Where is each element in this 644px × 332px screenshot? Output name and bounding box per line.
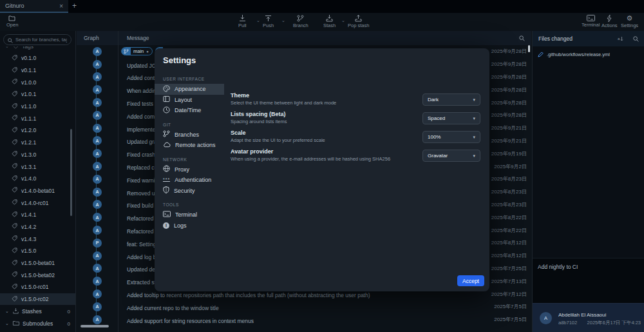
uncommitted-changes-panel: Files changed a .github/workflows/releas… [532,31,644,332]
terminal-button[interactable]: Terminal [582,15,600,28]
nav-item-proxy[interactable]: Proxy [155,164,224,175]
sort-icon[interactable]: a [618,33,624,44]
pop-stash-button[interactable]: Pop stash [348,15,369,28]
branches-sidebar: ⌄ Tags v0.1.0 [0,31,76,332]
stash-icon [326,15,333,22]
branch-button[interactable]: Branch [293,15,308,28]
commit-row[interactable]: A Added current repo to the window title… [77,300,531,313]
sidebar-item-tag[interactable]: v0.1.1 [0,64,75,77]
tag-icon [12,223,17,230]
commit-list-scrollbar[interactable] [528,45,530,52]
sidebar-item-tag[interactable]: v1.4.3 [0,233,75,245]
nav-item-terminal[interactable]: Terminal [155,210,224,220]
branch-badge-main[interactable]: main ● [121,47,153,55]
commit-avatar-node: A [93,302,102,311]
folder-open-icon [8,15,16,21]
sidebar-item-tag[interactable]: v1.5.0-rc02 [0,293,75,306]
push-button[interactable]: Push [263,15,274,28]
actions-button[interactable]: Actions [601,15,618,28]
changed-file-row[interactable]: .github/workflows/release.yml [533,49,644,59]
sidebar-item-tag[interactable]: v1.4.2 [0,221,75,233]
sidebar-scrollbar[interactable] [70,129,72,216]
graph-cell: A [77,264,118,273]
open-repository-button[interactable]: Open [6,15,18,28]
sidebar-item-tag[interactable]: v1.4.1 [0,209,75,221]
sidebar-item-tag[interactable]: v1.4.0-beta01 [0,185,75,197]
sidebar-search[interactable] [3,34,71,45]
pull-options-caret-icon[interactable]: ⌄ [256,18,260,23]
info-icon: i [163,222,169,229]
sidebar-item-tag[interactable]: v1.2.0 [0,124,75,137]
tag-icon [12,91,17,98]
sidebar-item-tag[interactable]: v1.5.0-rc01 [0,281,75,293]
sidebar-item-tag[interactable]: v1.1.1 [0,112,75,124]
commit-date: 2025年9月21日 [491,137,531,144]
commit-date: 2025年8月12日 [491,239,531,246]
close-icon[interactable]: × [59,3,63,10]
graph-horizontal-scrollbar[interactable] [80,325,109,327]
graph-cell: A [77,277,118,286]
settings-button[interactable]: ⚙ Settings [621,15,638,28]
sidebar-item-tag[interactable]: v1.5.0-beta01 [0,257,75,269]
sidebar-item-tag[interactable]: v1.0.1 [0,88,75,101]
tag-icon [12,211,17,219]
toolbar: Open Pull ⌄ Push ⌄ Branch Stash [0,13,644,31]
push-options-caret-icon[interactable]: ⌄ [281,18,285,23]
tag-icon [12,103,17,110]
commit-avatar-node: A [93,200,102,209]
sidebar-item-tag[interactable]: v1.4.0-rc01 [0,197,75,209]
commit-avatar-node: A [93,251,102,260]
nav-item-security[interactable]: Security [155,186,224,197]
lists-spacing-dropdown[interactable]: Spaced ▾ [422,112,480,124]
stash-button[interactable]: Stash [323,15,336,28]
tags-section-partial: ⌄ Tags [0,46,75,52]
scale-dropdown[interactable]: 100% ▾ [422,131,480,143]
sidebar-item-tag[interactable]: v1.5.0-beta02 [0,269,75,281]
sidebar-item-submodules[interactable]: ⌄ Submodules 0 [0,318,75,330]
sidebar-item-tag[interactable]: v1.2.1 [0,137,75,149]
sidebar-item-tag[interactable]: v1.3.1 [0,161,75,173]
sidebar-item-tag[interactable]: v1.4.0 [0,173,75,185]
nav-item-remote-actions[interactable]: Remote actions [155,140,224,151]
commit-date: 2025年9月28日 [491,99,531,106]
nav-section-user-interface: USER INTERFACE [155,70,224,84]
commit-date: 2025年8月22日 [491,214,531,221]
new-tab-icon[interactable]: + [72,1,77,10]
theme-dropdown[interactable]: Dark ▾ [422,93,480,106]
nav-item-branches[interactable]: Branches [155,130,224,141]
commit-avatar-node: A [93,162,102,171]
sidebar-search-input[interactable] [15,37,67,43]
tag-icon [12,235,17,242]
sidebar-item-stashes[interactable]: ⌄ Stashes 0 [0,306,75,318]
tag-icon [12,127,17,134]
nav-item-authentication[interactable]: *** Authentication [155,175,224,186]
commit-message-input[interactable]: Add nightly to CI [533,258,644,303]
avatar-provider-dropdown[interactable]: Gravatar ▾ [422,150,480,162]
commit-avatar-node: A [93,136,102,145]
chevron-down-icon: ⌄ [5,309,10,314]
nav-item-layout[interactable]: Layout [155,95,224,106]
commit-avatar-node: A [93,98,102,107]
sidebar-item-tag[interactable]: v0.1.0 [0,52,75,64]
branch-icon [297,15,304,22]
commit-search-icon[interactable] [519,32,525,44]
nav-item-datetime[interactable]: Date/Time [155,105,224,116]
tag-icon [12,284,17,291]
commit-row[interactable]: A Added support for string resources in … [77,313,531,326]
sidebar-item-tag[interactable]: v1.5.0 [0,245,75,257]
commit-date: 2025年7月12日 [491,291,531,298]
tag-icon [12,199,17,206]
nav-item-appearance[interactable]: Appearance [155,84,224,95]
tab-gitnuro[interactable]: Gitnuro × [0,0,68,13]
search-icon[interactable] [633,33,639,44]
accept-button[interactable]: Accept [457,275,484,286]
sidebar-item-tag[interactable]: v1.1.0 [0,101,75,113]
chevron-down-icon: ▾ [473,97,475,103]
pull-button[interactable]: Pull [238,15,247,28]
dialog-title: Settings [163,55,196,65]
avatar: A [540,312,552,324]
sidebar-item-tag[interactable]: v1.0.0 [0,76,75,88]
stash-options-caret-icon[interactable]: ⌄ [341,18,345,23]
nav-item-logs[interactable]: i Logs [155,220,224,231]
sidebar-item-tag[interactable]: v1.3.0 [0,149,75,161]
